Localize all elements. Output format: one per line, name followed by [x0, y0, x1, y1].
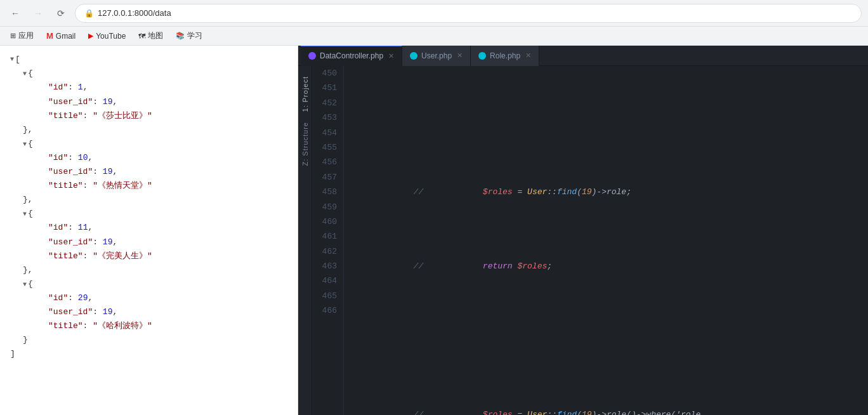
linenum-461: 461: [319, 229, 337, 244]
back-button[interactable]: ←: [6, 4, 24, 22]
linenum-455: 455: [319, 140, 337, 155]
tab-role-icon: [478, 52, 486, 60]
address-bar[interactable]: 🔒 127.0.0.1:8000/data: [75, 4, 862, 23]
bookmark-apps[interactable]: ⊞ 应用: [5, 29, 39, 43]
bookmark-maps-label: 地图: [148, 30, 163, 41]
linenum-458: 458: [319, 185, 337, 199]
json-panel[interactable]: [ { "id": 1, "user_id": 19, "title": "《莎…: [0, 46, 298, 415]
linenum-450: 450: [319, 66, 337, 81]
tab-user-icon: [410, 52, 418, 60]
json-item3-toggle[interactable]: [23, 209, 27, 220]
code-line-451: // $roles = User::find(19)->role;: [354, 185, 858, 199]
tab-role-label: Role.php: [490, 51, 520, 60]
linenum-453: 453: [319, 110, 337, 125]
linenum-451: 451: [319, 81, 337, 95]
code-line-452: // return $roles;: [354, 259, 858, 273]
forward-button[interactable]: →: [29, 4, 47, 22]
json-item4-toggle[interactable]: [23, 279, 27, 290]
json-item-1: { "id": 1, "user_id": 19, "title": "《莎士比…: [10, 67, 287, 136]
code-content[interactable]: // $roles = User::find(19)->role; // ret…: [344, 66, 868, 415]
comment-454: // $roles = User::find(19)->role()->wher…: [354, 407, 706, 415]
url-text: 127.0.0.1:8000/data: [98, 8, 171, 18]
maps-icon: 🗺: [138, 32, 145, 40]
bookmark-apps-label: 应用: [18, 30, 34, 41]
tab-datacontroller-close[interactable]: ✕: [388, 52, 394, 60]
tab-datacontroller[interactable]: DataController.php ✕: [301, 46, 402, 66]
linenum-466: 466: [319, 303, 337, 318]
tab-role[interactable]: Role.php ✕: [471, 46, 539, 66]
linenum-456: 456: [319, 155, 337, 169]
json-item1-toggle[interactable]: [23, 69, 27, 79]
bookmark-maps[interactable]: 🗺 地图: [133, 29, 168, 43]
bookmark-study-label: 学习: [187, 30, 202, 41]
linenum-452: 452: [319, 96, 337, 110]
bookmarks-bar: ⊞ 应用 M Gmail ▶ YouTube 🗺 地图 📚 学习: [0, 27, 868, 46]
tab-user[interactable]: User.php ✕: [402, 46, 471, 66]
bookmark-youtube[interactable]: ▶ YouTube: [83, 30, 131, 43]
code-line-454: // $roles = User::find(19)->role()->wher…: [354, 407, 858, 415]
tab-datacontroller-label: DataController.php: [320, 51, 383, 60]
main-area: [ { "id": 1, "user_id": 19, "title": "《莎…: [0, 46, 868, 415]
comment-451: // $roles = User::find(19)->role;: [354, 185, 631, 199]
linenum-463: 463: [319, 259, 337, 273]
linenum-462: 462: [319, 244, 337, 259]
linenum-459: 459: [319, 200, 337, 214]
comment-452: // return $roles;: [354, 259, 552, 273]
linenum-464: 464: [319, 273, 337, 288]
code-line-453: [354, 333, 858, 348]
linenum-465: 465: [319, 289, 337, 303]
bookmark-youtube-label: YouTube: [96, 32, 126, 41]
json-item-3: { "id": 11, "user_id": 19, "title": "《完美…: [10, 207, 287, 277]
bookmark-gmail-label: Gmail: [56, 32, 76, 41]
tab-user-label: User.php: [421, 51, 452, 60]
lock-icon: 🔒: [84, 9, 94, 18]
json-item2-toggle[interactable]: [23, 139, 27, 150]
gmail-icon: M: [46, 31, 53, 41]
line-numbers: 450 451 452 453 454 455 456 457 458 459 …: [312, 66, 344, 415]
tab-datacontroller-icon: [308, 52, 316, 60]
linenum-454: 454: [319, 126, 337, 140]
json-close-bracket: ]: [10, 347, 287, 361]
json-root-bracket: [: [10, 52, 287, 67]
ide-body: 1: Project Z: Structure 450 451 452 453 …: [298, 66, 868, 415]
ide-tab-bar: DataController.php ✕ User.php ✕ Role.php…: [298, 46, 868, 66]
apps-icon: ⊞: [10, 32, 16, 40]
json-item-2: { "id": 10, "user_id": 19, "title": "《热情…: [10, 137, 287, 207]
bookmark-study[interactable]: 📚 学习: [171, 29, 207, 43]
bookmark-gmail[interactable]: M Gmail: [41, 29, 81, 43]
youtube-icon: ▶: [88, 32, 93, 40]
linenum-460: 460: [319, 214, 337, 229]
ide-panel: DataController.php ✕ User.php ✕ Role.php…: [298, 46, 868, 415]
tab-role-close[interactable]: ✕: [525, 51, 531, 60]
sidebar-structure-label[interactable]: Z: Structure: [300, 118, 310, 169]
browser-toolbar: ← → ⟳ 🔒 127.0.0.1:8000/data: [0, 0, 868, 27]
ide-sidebar: 1: Project Z: Structure: [298, 66, 312, 415]
reload-button[interactable]: ⟳: [52, 4, 70, 22]
code-line-450: [354, 110, 858, 125]
sidebar-project-label[interactable]: 1: Project: [300, 72, 310, 115]
code-area[interactable]: 450 451 452 453 454 455 456 457 458 459 …: [312, 66, 868, 415]
json-item-4: { "id": 29, "user_id": 19, "title": "《哈利…: [10, 277, 287, 347]
study-icon: 📚: [176, 32, 185, 40]
linenum-457: 457: [319, 170, 337, 185]
code-wrapper: // $roles = User::find(19)->role; // ret…: [344, 66, 868, 415]
tab-user-close[interactable]: ✕: [457, 51, 463, 60]
json-root-toggle[interactable]: [10, 54, 14, 65]
